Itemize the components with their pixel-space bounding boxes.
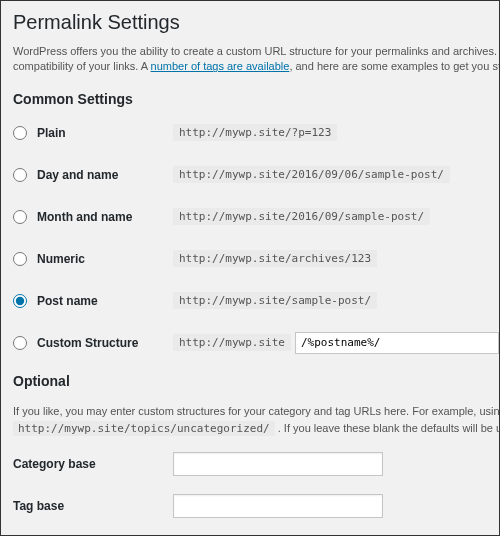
option-numeric-row: Numeric http://mywp.site/archives/123 — [13, 247, 499, 271]
opt-text1: If you like, you may enter custom struct… — [13, 405, 500, 417]
option-plain-row: Plain http://mywp.site/?p=123 — [13, 121, 499, 145]
intro-line2a: compatibility of your links. A — [13, 60, 151, 72]
label-postname[interactable]: Post name — [37, 294, 98, 308]
intro-text: WordPress offers you the ability to crea… — [13, 44, 499, 75]
label-dayname[interactable]: Day and name — [37, 168, 118, 182]
radio-monthname[interactable] — [13, 210, 27, 224]
example-postname: http://mywp.site/sample-post/ — [173, 292, 377, 309]
category-base-row: Category base — [13, 452, 499, 476]
option-postname-row: Post name http://mywp.site/sample-post/ — [13, 289, 499, 313]
settings-wrap: Permalink Settings WordPress offers you … — [13, 11, 499, 536]
label-monthname[interactable]: Month and name — [37, 210, 132, 224]
radio-numeric[interactable] — [13, 252, 27, 266]
radio-cell-postname: Post name — [13, 294, 173, 308]
radio-cell-custom: Custom Structure — [13, 336, 173, 350]
optional-intro: If you like, you may enter custom struct… — [13, 403, 499, 438]
intro-line2b: , and here are some examples to get you … — [289, 60, 500, 72]
radio-dayname[interactable] — [13, 168, 27, 182]
optional-heading: Optional — [13, 373, 499, 389]
tags-available-link[interactable]: number of tags are available — [151, 60, 290, 72]
option-monthname-row: Month and name http://mywp.site/2016/09/… — [13, 205, 499, 229]
custom-structure-input[interactable] — [295, 332, 499, 354]
label-plain[interactable]: Plain — [37, 126, 66, 140]
option-dayname-row: Day and name http://mywp.site/2016/09/06… — [13, 163, 499, 187]
radio-cell-dayname: Day and name — [13, 168, 173, 182]
custom-prefix: http://mywp.site — [173, 334, 291, 351]
tag-base-label: Tag base — [13, 499, 173, 513]
example-monthname: http://mywp.site/2016/09/sample-post/ — [173, 208, 430, 225]
tag-base-row: Tag base — [13, 494, 499, 518]
category-base-input[interactable] — [173, 452, 383, 476]
example-numeric: http://mywp.site/archives/123 — [173, 250, 377, 267]
option-custom-row: Custom Structure http://mywp.site — [13, 331, 499, 355]
opt-code2: http://mywp.site/topics/uncategorized/ — [13, 421, 275, 436]
radio-custom[interactable] — [13, 336, 27, 350]
common-settings-heading: Common Settings — [13, 91, 499, 107]
radio-cell-plain: Plain — [13, 126, 173, 140]
page-title: Permalink Settings — [13, 11, 499, 34]
radio-postname[interactable] — [13, 294, 27, 308]
radio-cell-monthname: Month and name — [13, 210, 173, 224]
example-dayname: http://mywp.site/2016/09/06/sample-post/ — [173, 166, 450, 183]
example-plain: http://mywp.site/?p=123 — [173, 124, 337, 141]
radio-cell-numeric: Numeric — [13, 252, 173, 266]
opt-text4: . If you leave these blank the defaults … — [275, 422, 500, 434]
label-custom[interactable]: Custom Structure — [37, 336, 138, 350]
tag-base-input[interactable] — [173, 494, 383, 518]
radio-plain[interactable] — [13, 126, 27, 140]
label-numeric[interactable]: Numeric — [37, 252, 85, 266]
category-base-label: Category base — [13, 457, 173, 471]
intro-line1: WordPress offers you the ability to crea… — [13, 45, 500, 57]
